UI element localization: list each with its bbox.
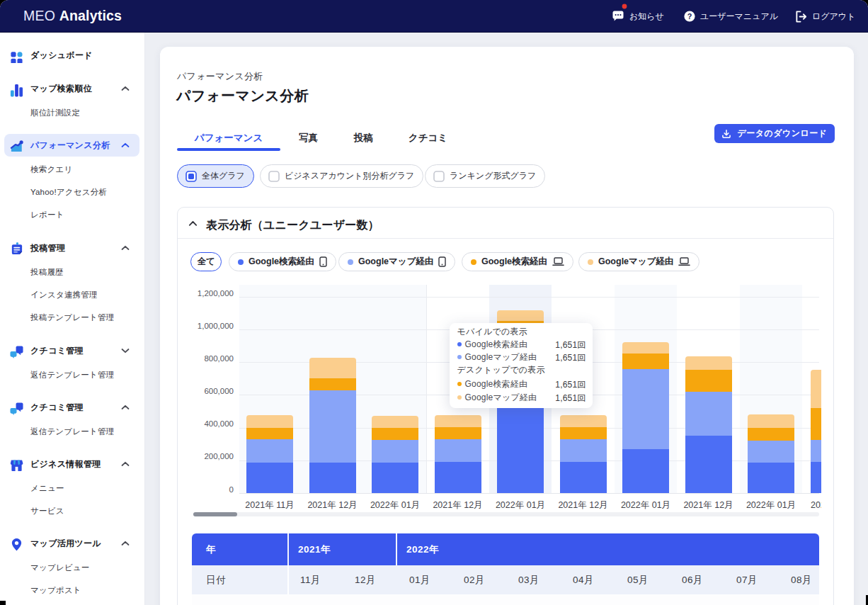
svg-text:?: ? — [687, 12, 692, 21]
